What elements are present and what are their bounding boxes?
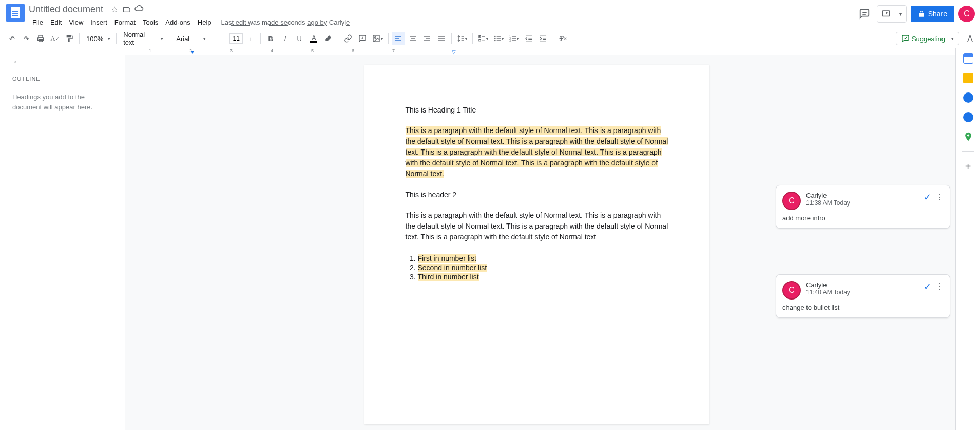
menu-help[interactable]: Help	[194, 16, 215, 28]
open-comments-icon[interactable]	[856, 6, 873, 22]
list-item[interactable]: Second in number list	[418, 263, 668, 272]
resolve-comment-icon[interactable]: ✓	[924, 192, 931, 203]
highlighted-text[interactable]: First in number list	[418, 254, 476, 263]
ruler-tick: 2	[189, 48, 192, 53]
ruler-tick: 3	[230, 48, 233, 53]
rail-separator	[962, 151, 974, 152]
paragraph-2[interactable]: This is a paragraph with the default sty…	[406, 210, 668, 242]
text-color-icon[interactable]: A	[307, 32, 320, 45]
menu-tools[interactable]: Tools	[139, 16, 162, 28]
comment-timestamp: 11:40 AM Today	[806, 289, 850, 296]
ruler-tick: 1	[149, 48, 151, 53]
indent-right-marker-icon[interactable]: ▽	[452, 49, 456, 55]
numbered-list-icon[interactable]: 123▾	[507, 32, 521, 45]
menu-format[interactable]: Format	[111, 16, 139, 28]
outline-close-icon[interactable]: ←	[12, 57, 106, 67]
align-left-icon[interactable]	[392, 32, 405, 45]
svg-point-49	[967, 134, 969, 136]
document-canvas[interactable]: ▼ ▽ 1234567 This is Heading 1 Title This…	[118, 48, 955, 430]
account-avatar[interactable]: C	[958, 6, 975, 22]
contacts-addon-icon[interactable]	[963, 112, 973, 122]
resolve-comment-icon[interactable]: ✓	[924, 281, 931, 292]
svg-point-31	[495, 40, 495, 41]
menu-view[interactable]: View	[65, 16, 87, 28]
calendar-addon-icon[interactable]	[963, 53, 973, 64]
checklist-icon[interactable]: ▾	[476, 32, 490, 45]
keep-addon-icon[interactable]	[963, 73, 973, 83]
svg-point-29	[495, 36, 495, 36]
align-center-icon[interactable]	[406, 32, 419, 45]
undo-icon[interactable]: ↶	[5, 32, 18, 45]
maps-addon-icon[interactable]	[963, 132, 973, 142]
increase-indent-icon[interactable]	[536, 32, 550, 45]
spellcheck-icon[interactable]: A✓	[48, 32, 62, 45]
tasks-addon-icon[interactable]	[963, 92, 973, 103]
header-actions: ▾ Share C	[856, 5, 975, 23]
get-addons-icon[interactable]: +	[965, 161, 971, 173]
heading-1[interactable]: This is Heading 1 Title	[406, 106, 668, 114]
paint-format-icon[interactable]	[63, 32, 76, 45]
zoom-select[interactable]: 100%	[83, 32, 113, 45]
add-comment-icon[interactable]	[356, 32, 369, 45]
highlighted-text[interactable]: Second in number list	[418, 264, 487, 272]
document-title[interactable]: Untitled document	[29, 4, 103, 15]
align-justify-icon[interactable]	[435, 32, 448, 45]
decrease-indent-icon[interactable]	[522, 32, 535, 45]
present-dropdown-icon[interactable]: ▾	[895, 6, 906, 22]
menu-addons[interactable]: Add-ons	[162, 16, 194, 28]
align-right-icon[interactable]	[420, 32, 434, 45]
comment-more-icon[interactable]: ⋮	[935, 285, 944, 288]
bulleted-list-icon[interactable]: ▾	[491, 32, 506, 45]
numbered-list[interactable]: First in number listSecond in number lis…	[418, 254, 668, 282]
paragraph-1[interactable]: This is a paragraph with the default sty…	[406, 125, 668, 179]
highlight-color-icon[interactable]	[321, 32, 335, 45]
comment-author: Carlyle	[806, 281, 850, 289]
comment-more-icon[interactable]: ⋮	[935, 196, 944, 199]
comment-text: change to bullet list	[782, 304, 944, 311]
bold-icon[interactable]: B	[264, 32, 277, 45]
mode-label: Suggesting	[912, 35, 945, 43]
paragraph-style-select[interactable]: Normal text	[120, 32, 166, 45]
outline-title: OUTLINE	[12, 76, 106, 82]
redo-icon[interactable]: ↷	[20, 32, 33, 45]
list-item[interactable]: First in number list	[418, 254, 668, 263]
document-page[interactable]: This is Heading 1 Title This is a paragr…	[364, 65, 709, 424]
comment-card[interactable]: C Carlyle 11:40 AM Today ✓ ⋮ change to b…	[776, 274, 950, 318]
comment-card[interactable]: C Carlyle 11:38 AM Today ✓ ⋮ add more in…	[776, 185, 950, 229]
menu-insert[interactable]: Insert	[87, 16, 111, 28]
underline-icon[interactable]: U	[293, 32, 306, 45]
text-cursor	[406, 291, 406, 300]
collapse-toolbar-icon[interactable]: ᐱ	[964, 32, 976, 45]
decrease-font-icon[interactable]: −	[215, 32, 228, 45]
menu-bar: File Edit View Insert Format Tools Add-o…	[0, 15, 980, 29]
main-area: ← OUTLINE Headings you add to the docume…	[0, 48, 980, 430]
clear-formatting-icon[interactable]: T✕	[556, 32, 570, 45]
insert-image-icon[interactable]: ▾	[370, 32, 385, 45]
print-icon[interactable]	[34, 32, 47, 45]
list-item[interactable]: Third in number list	[418, 272, 668, 282]
present-button[interactable]: ▾	[877, 5, 907, 23]
outline-panel: ← OUTLINE Headings you add to the docume…	[0, 48, 118, 430]
italic-icon[interactable]: I	[278, 32, 292, 45]
menu-edit[interactable]: Edit	[47, 16, 65, 28]
cloud-status-icon[interactable]	[134, 4, 144, 14]
present-icon[interactable]	[877, 6, 895, 22]
move-icon[interactable]	[122, 4, 132, 14]
insert-link-icon[interactable]	[341, 32, 355, 45]
star-icon[interactable]: ☆	[109, 4, 120, 14]
heading-2[interactable]: This is header 2	[406, 191, 668, 199]
editing-mode-select[interactable]: Suggesting ▾	[896, 32, 959, 45]
last-edit-link[interactable]: Last edit was made seconds ago by Carlyl…	[221, 18, 350, 26]
share-button[interactable]: Share	[911, 6, 954, 22]
increase-font-icon[interactable]: +	[244, 32, 257, 45]
comment-text: add more intro	[782, 214, 944, 222]
highlighted-text[interactable]: This is a paragraph with the default sty…	[406, 126, 668, 178]
line-spacing-icon[interactable]: ▾	[455, 32, 469, 45]
docs-logo-icon[interactable]	[6, 4, 25, 22]
menu-file[interactable]: File	[29, 16, 47, 28]
font-size-input[interactable]	[229, 33, 243, 44]
font-select[interactable]: Arial	[172, 32, 208, 45]
horizontal-ruler[interactable]: ▼ ▽ 1234567	[118, 48, 955, 55]
ruler-tick: 6	[352, 48, 354, 53]
highlighted-text[interactable]: Third in number list	[418, 273, 479, 281]
